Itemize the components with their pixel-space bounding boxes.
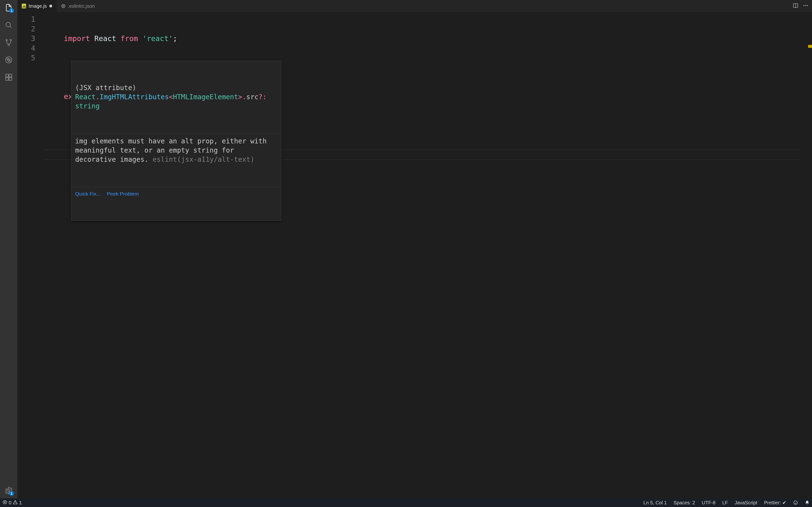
hover-text: < — [169, 93, 173, 101]
status-prettier[interactable]: Prettier: ✔ — [764, 500, 786, 506]
more-actions-icon[interactable] — [803, 3, 809, 9]
code-area[interactable]: import React from 'react'; export const … — [44, 12, 807, 498]
source-control-icon[interactable] — [3, 37, 14, 48]
settings-gear-icon[interactable]: 1 — [3, 485, 14, 496]
status-warning-count: 1 — [19, 500, 22, 506]
line-number: 1 — [17, 14, 44, 24]
js-file-icon: JS — [22, 4, 26, 8]
hover-text: (JSX attribute) — [75, 84, 136, 92]
status-cursor-position[interactable]: Ln 5, Col 1 — [643, 500, 667, 506]
svg-rect-8 — [6, 77, 8, 80]
tab-bar: JS Image.js .eslintrc.json — [17, 0, 812, 12]
svg-point-16 — [794, 501, 798, 505]
status-problems[interactable]: 0 1 — [2, 500, 22, 506]
hover-text: HTMLImageElement — [173, 93, 238, 101]
warning-icon — [13, 500, 18, 506]
status-eol[interactable]: LF — [722, 500, 728, 506]
line-number: 4 — [17, 44, 44, 53]
explorer-icon[interactable]: 1 — [3, 2, 14, 13]
code-token: ; — [173, 34, 177, 43]
json-file-icon — [61, 4, 65, 8]
hover-text: . — [242, 93, 246, 101]
svg-rect-6 — [6, 74, 8, 77]
status-error-count: 0 — [9, 500, 11, 506]
notifications-bell-icon[interactable] — [805, 500, 810, 505]
search-icon[interactable] — [3, 19, 14, 31]
hover-text: ?: — [259, 93, 267, 101]
hover-text: src — [246, 93, 259, 101]
status-bar: 0 1 Ln 5, Col 1 Spaces: 2 UTF-8 LF JavaS… — [0, 498, 812, 507]
tab-label: .eslintrc.json — [68, 3, 95, 9]
line-number: 3 — [17, 34, 44, 44]
svg-point-1 — [6, 39, 7, 41]
hover-text: > — [238, 93, 242, 101]
feedback-smiley-icon[interactable] — [793, 500, 798, 505]
svg-point-2 — [10, 39, 11, 41]
svg-rect-9 — [9, 77, 12, 80]
settings-badge: 1 — [9, 491, 14, 496]
hover-actions: Quick Fix... Peek Problem — [71, 187, 281, 201]
extensions-icon[interactable] — [3, 71, 14, 83]
quick-fix-link[interactable]: Quick Fix... — [75, 189, 101, 199]
code-editor[interactable]: 1 2 3 4 5 import React from 'react'; exp… — [17, 12, 812, 498]
svg-point-12 — [804, 5, 805, 6]
activity-bar: 1 — [0, 0, 17, 498]
hover-problem-widget: (JSX attribute) React.ImgHTMLAttributes<… — [71, 61, 281, 221]
svg-point-14 — [807, 5, 808, 6]
tab-dirty-indicator-icon — [49, 5, 52, 7]
code-token: React — [94, 34, 116, 43]
hover-problem-message: img elements must have an alt prop, eith… — [71, 133, 281, 168]
code-token: import — [64, 34, 90, 43]
overview-ruler[interactable] — [807, 12, 812, 498]
code-token: from — [120, 34, 138, 43]
svg-rect-7 — [9, 74, 12, 77]
peek-problem-link[interactable]: Peek Problem — [107, 189, 139, 199]
status-indentation[interactable]: Spaces: 2 — [673, 500, 695, 506]
svg-point-0 — [6, 22, 10, 27]
line-number-gutter: 1 2 3 4 5 — [17, 12, 44, 498]
hover-text: string — [75, 102, 100, 110]
line-number: 2 — [17, 24, 44, 34]
code-token: 'react' — [142, 34, 173, 43]
tab-label: Image.js — [29, 3, 47, 9]
tab-image-js[interactable]: JS Image.js — [17, 0, 57, 12]
overview-warning-marker-icon[interactable] — [808, 45, 812, 48]
debug-icon[interactable] — [3, 54, 14, 66]
hover-text: eslint(jsx-a11y/alt-text) — [152, 156, 254, 163]
svg-point-13 — [805, 5, 806, 6]
line-number: 5 — [17, 53, 44, 63]
split-editor-icon[interactable] — [793, 3, 799, 9]
hover-text: ImgHTMLAttributes — [100, 93, 169, 101]
explorer-badge: 1 — [9, 8, 14, 13]
hover-signature: (JSX attribute) React.ImgHTMLAttributes<… — [71, 80, 281, 114]
hover-text: . — [95, 93, 100, 101]
tab-eslintrc-json[interactable]: .eslintrc.json — [57, 0, 99, 12]
status-encoding[interactable]: UTF-8 — [702, 500, 716, 506]
svg-point-3 — [8, 44, 9, 46]
status-language-mode[interactable]: JavaScript — [735, 500, 757, 506]
error-icon — [2, 500, 7, 506]
hover-text: React — [75, 93, 95, 101]
svg-point-10 — [8, 490, 10, 492]
